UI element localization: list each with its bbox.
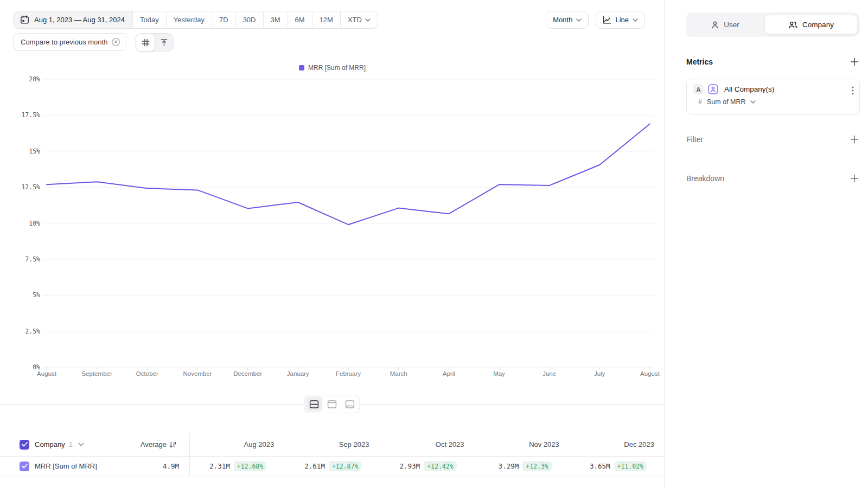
group-by-label[interactable]: Company <box>35 440 65 448</box>
metric-card[interactable]: A All Company(s) # Sum of MRR <box>686 79 860 114</box>
entity-toggle-company[interactable]: Company <box>764 15 858 35</box>
check-icon <box>22 442 28 447</box>
config-sidebar: User Company Metrics A <box>665 0 868 487</box>
entity-toggle-user-label: User <box>724 21 739 29</box>
cell-value: 2.61M <box>304 462 325 470</box>
y-axis-tick: 10% <box>29 220 40 227</box>
add-breakdown-button[interactable] <box>849 173 860 184</box>
average-value: 4.9M <box>163 462 189 470</box>
user-icon <box>711 21 719 29</box>
aggregation-selector[interactable]: # Sum of MRR <box>693 98 853 106</box>
add-filter-button[interactable] <box>849 134 860 145</box>
metrics-section-header: Metrics <box>686 56 860 67</box>
x-axis-tick: September <box>82 370 112 377</box>
delta-badge: +11.02% <box>614 461 647 471</box>
group-count: 1 <box>69 440 73 448</box>
y-axis-tick: 2.5% <box>25 328 40 335</box>
plus-icon <box>850 135 859 144</box>
layout-split-icon <box>310 400 319 408</box>
x-axis-tick: January <box>287 370 309 377</box>
plus-icon <box>850 174 859 183</box>
series-line[interactable] <box>47 124 650 225</box>
entity-toggle: User Company <box>686 12 860 37</box>
metric-card-header: A All Company(s) <box>693 84 853 94</box>
delta-badge: +12.3% <box>522 461 552 471</box>
table-cell[interactable]: 3.29M+12.3% <box>475 461 570 471</box>
filter-section-header: Filter <box>686 134 860 145</box>
x-axis-tick: February <box>336 370 361 377</box>
analytics-dashboard: Aug 1, 2023 — Aug 31, 2024 TodayYesterda… <box>0 0 868 487</box>
column-header[interactable]: Aug 2023 <box>189 440 284 448</box>
delta-badge: +12.87% <box>329 461 361 471</box>
metric-series-badge: A <box>693 84 704 94</box>
cell-value: 2.93M <box>399 462 420 470</box>
select-all-checkbox[interactable] <box>20 440 29 450</box>
x-axis-tick: August <box>37 370 57 377</box>
kebab-icon <box>852 86 854 95</box>
x-axis-tick: October <box>136 370 158 377</box>
column-header[interactable]: Sep 2023 <box>284 440 379 448</box>
y-axis-tick: 15% <box>29 148 40 155</box>
group-header-cell: Company 1 Average <box>0 433 189 456</box>
sort-icon <box>169 440 177 449</box>
entity-toggle-user[interactable]: User <box>686 12 764 37</box>
chevron-down-icon[interactable] <box>78 443 84 446</box>
breakdown-section-header: Breakdown <box>686 173 860 184</box>
y-axis-tick: 20% <box>29 75 40 83</box>
check-icon <box>22 464 28 469</box>
column-divider <box>189 433 190 477</box>
metric-row-cell: MRR [Sum of MRR] 4.9M <box>0 457 189 476</box>
x-axis-tick: March <box>390 370 407 377</box>
metric-row-label: MRR [Sum of MRR] <box>35 462 97 470</box>
x-axis-tick: May <box>493 370 505 377</box>
add-metric-button[interactable] <box>849 56 860 67</box>
y-axis-tick: 5% <box>33 291 40 299</box>
x-axis-tick: November <box>183 370 212 377</box>
x-axis-tick: July <box>594 370 605 377</box>
table-row[interactable]: MRR [Sum of MRR] 4.9M 2.31M+12.68%2.61M+… <box>0 457 665 476</box>
report-canvas: Aug 1, 2023 — Aug 31, 2024 TodayYesterda… <box>0 0 665 487</box>
breakdown-title: Breakdown <box>686 174 724 183</box>
table-cell[interactable]: 2.61M+12.87% <box>284 461 379 471</box>
table-header-row: Company 1 Average Aug 2023Sep 2023Oct 20… <box>0 433 665 457</box>
company-icon <box>788 21 798 29</box>
layout-chart-button[interactable] <box>324 396 341 412</box>
metric-name: All Company(s) <box>724 85 774 93</box>
aggregation-label: Sum of MRR <box>707 98 746 106</box>
line-chart[interactable]: 0%2.5%5%7.5%10%12.5%15%17.5%20%AugustSep… <box>0 0 665 386</box>
delta-badge: +12.42% <box>424 461 456 471</box>
y-axis-tick: 12.5% <box>21 183 40 191</box>
y-axis-tick: 0% <box>33 363 40 371</box>
results-table: Company 1 Average Aug 2023Sep 2023Oct 20… <box>0 433 665 476</box>
y-axis-tick: 7.5% <box>25 255 40 263</box>
cell-value: 3.29M <box>499 462 519 470</box>
x-axis-tick: December <box>233 370 262 377</box>
layout-top-icon <box>328 400 337 408</box>
table-cell[interactable]: 2.93M+12.42% <box>379 461 474 471</box>
x-axis-tick: April <box>443 370 455 377</box>
layout-toggle <box>304 395 360 413</box>
filter-title: Filter <box>686 135 703 144</box>
row-checkbox[interactable] <box>20 462 29 471</box>
company-metric-icon <box>708 84 718 94</box>
column-header[interactable]: Dec 2023 <box>570 440 665 448</box>
delta-badge: +12.68% <box>234 461 266 471</box>
cell-value: 2.31M <box>209 462 230 470</box>
cell-value: 3.65M <box>590 462 610 470</box>
table-cell[interactable]: 3.65M+11.02% <box>570 461 665 471</box>
layout-split-button[interactable] <box>306 396 323 412</box>
column-header[interactable]: Oct 2023 <box>379 440 474 448</box>
numeric-property-icon: # <box>695 98 705 106</box>
average-header[interactable]: Average <box>141 440 189 449</box>
layout-bottom-icon <box>346 400 355 408</box>
layout-table-button[interactable] <box>342 396 359 412</box>
metrics-title: Metrics <box>686 57 713 66</box>
table-cell[interactable]: 2.31M+12.68% <box>189 461 284 471</box>
metric-menu-button[interactable] <box>852 86 854 97</box>
y-axis-tick: 17.5% <box>21 111 40 119</box>
x-axis-tick: August <box>640 370 660 377</box>
average-label: Average <box>141 440 167 448</box>
chevron-down-icon <box>750 100 756 104</box>
column-header[interactable]: Nov 2023 <box>475 440 570 448</box>
plus-icon <box>850 57 859 66</box>
